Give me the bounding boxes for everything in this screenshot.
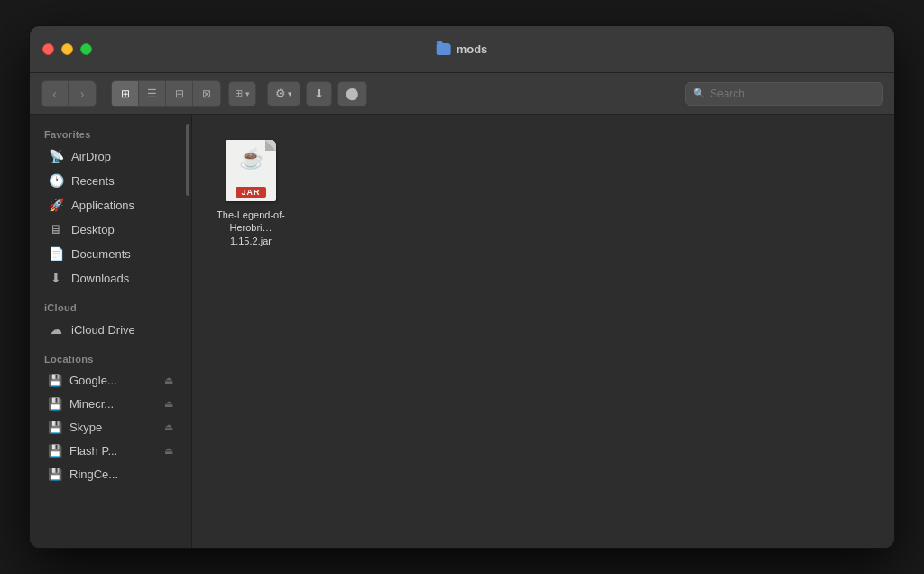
sidebar-item-ringce[interactable]: 💾 RingCe... (35, 463, 186, 486)
traffic-lights (42, 43, 92, 55)
airdrop-icon: 📡 (48, 149, 64, 163)
sidebar-item-recents[interactable]: 🕐 Recents (35, 169, 186, 192)
sidebar-item-airdrop-label: AirDrop (71, 150, 111, 163)
gear-button[interactable]: ⚙ ▾ (267, 81, 300, 106)
view-gallery-button[interactable]: ⊠ (193, 81, 220, 106)
sidebar-item-google[interactable]: 💾 Google... ⏏ (35, 369, 186, 392)
minecraft-eject-icon[interactable]: ⏏ (164, 398, 173, 410)
sidebar-item-flash[interactable]: 💾 Flash P... ⏏ (35, 440, 186, 462)
file-item-jar[interactable]: ☕ JAR The-Legend-of-Herobri…1.15.2.jar (210, 133, 291, 253)
sidebar-item-downloads[interactable]: ⬇ Downloads (35, 266, 186, 290)
locations-label: Locations (30, 348, 191, 368)
folder-icon (437, 43, 451, 55)
sidebar-item-recents-label: Recents (71, 174, 115, 188)
gear-chevron-icon: ▾ (288, 89, 292, 98)
flash-icon: 💾 (48, 444, 62, 458)
sidebar-item-applications-label: Applications (71, 199, 134, 212)
toolbar: ‹ › ⊞ ☰ ⊟ ⊠ ⊞ ▾ ⚙ ▾ ⬆ ⬤ (30, 73, 894, 115)
chevron-down-icon: ▾ (245, 89, 250, 98)
view-buttons: ⊞ ☰ ⊟ ⊠ (111, 80, 221, 107)
search-input[interactable] (710, 88, 875, 100)
sidebar-item-documents[interactable]: 📄 Documents (35, 242, 186, 265)
view-dropdown-icon: ⊞ (235, 88, 243, 99)
finder-window: mods ‹ › ⊞ ☰ ⊟ ⊠ ⊞ ▾ ⚙ ▾ (29, 25, 895, 549)
titlebar: mods (30, 26, 894, 73)
search-bar[interactable]: 🔍 (685, 82, 883, 106)
sidebar-item-desktop-label: Desktop (71, 223, 115, 236)
view-icon-button[interactable]: ⊞ (112, 81, 139, 106)
back-button[interactable]: ‹ (42, 81, 69, 106)
documents-icon: 📄 (48, 246, 64, 261)
search-icon: 🔍 (693, 88, 706, 99)
gear-icon: ⚙ (275, 87, 286, 100)
maximize-button[interactable] (80, 43, 92, 55)
jar-paper: ☕ JAR (226, 140, 276, 201)
skype-icon: 💾 (48, 421, 62, 434)
sidebar-item-skype-label: Skype (69, 421, 102, 434)
back-icon: ‹ (52, 87, 57, 101)
nav-buttons: ‹ › (41, 80, 97, 107)
icloud-label: iCloud (30, 297, 191, 317)
sidebar-container: Favorites 📡 AirDrop 🕐 Recents 🚀 Applicat… (30, 115, 192, 548)
content-area: ☕ JAR The-Legend-of-Herobri…1.15.2.jar (192, 115, 894, 548)
icloud-icon: ☁ (48, 322, 64, 337)
titlebar-center: mods (437, 42, 488, 56)
sidebar-item-minecraft-label: Minecr... (69, 397, 114, 411)
sidebar-item-applications[interactable]: 🚀 Applications (35, 193, 186, 217)
ringce-icon: 💾 (48, 468, 62, 481)
window-title: mods (457, 42, 488, 56)
sidebar-item-documents-label: Documents (71, 247, 131, 261)
sidebar-item-airdrop[interactable]: 📡 AirDrop (35, 144, 186, 168)
forward-icon: › (80, 87, 85, 101)
google-drive-icon: 💾 (48, 374, 62, 387)
sidebar: Favorites 📡 AirDrop 🕐 Recents 🚀 Applicat… (30, 115, 192, 548)
view-column-button[interactable]: ⊟ (166, 81, 193, 106)
forward-button[interactable]: › (69, 81, 96, 106)
sidebar-item-ringce-label: RingCe... (69, 468, 118, 481)
sidebar-scrollbar[interactable] (185, 115, 190, 548)
minimize-button[interactable] (61, 43, 73, 55)
applications-icon: 🚀 (48, 198, 64, 212)
share-button[interactable]: ⬆ (306, 81, 332, 106)
sidebar-item-downloads-label: Downloads (71, 272, 129, 285)
flash-eject-icon[interactable]: ⏏ (164, 445, 173, 457)
sidebar-item-minecraft[interactable]: 💾 Minecr... ⏏ (35, 393, 186, 415)
share-icon: ⬆ (314, 87, 324, 100)
view-list-button[interactable]: ☰ (139, 81, 166, 106)
main-area: Favorites 📡 AirDrop 🕐 Recents 🚀 Applicat… (30, 115, 894, 548)
tag-icon: ⬤ (346, 87, 359, 100)
google-eject-icon[interactable]: ⏏ (164, 375, 173, 386)
paper-fold (265, 140, 276, 151)
skype-eject-icon[interactable]: ⏏ (164, 421, 173, 433)
downloads-icon: ⬇ (48, 271, 64, 285)
coffee-icon: ☕ (239, 147, 263, 171)
action-buttons: ⚙ ▾ ⬆ ⬤ (267, 81, 367, 106)
sidebar-item-icloud-label: iCloud Drive (71, 323, 135, 337)
sidebar-item-google-label: Google... (69, 374, 117, 387)
jar-file-icon: ☕ JAR (222, 138, 280, 203)
sidebar-item-desktop[interactable]: 🖥 Desktop (35, 218, 186, 241)
tag-button[interactable]: ⬤ (337, 81, 367, 106)
jar-label: JAR (236, 187, 265, 198)
sidebar-item-flash-label: Flash P... (69, 444, 117, 458)
desktop-icon: 🖥 (48, 222, 64, 236)
sidebar-item-skype[interactable]: 💾 Skype ⏏ (35, 416, 186, 439)
recents-icon: 🕐 (48, 173, 64, 188)
close-button[interactable] (42, 43, 54, 55)
favorites-label: Favorites (30, 124, 191, 144)
minecraft-icon: 💾 (48, 397, 62, 411)
file-name: The-Legend-of-Herobri…1.15.2.jar (216, 208, 286, 247)
sidebar-item-icloud-drive[interactable]: ☁ iCloud Drive (35, 318, 186, 341)
view-dropdown[interactable]: ⊞ ▾ (228, 81, 256, 106)
